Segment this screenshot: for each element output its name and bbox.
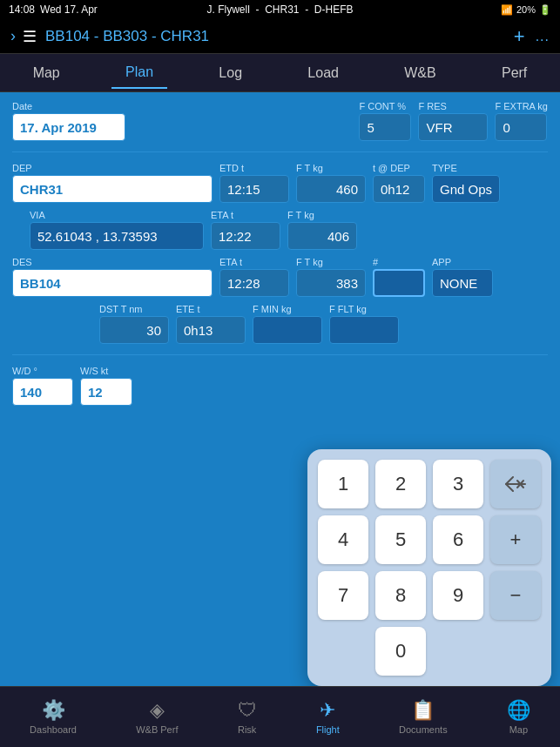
- key-8[interactable]: 8: [375, 571, 426, 620]
- fmin-value[interactable]: [253, 316, 322, 344]
- type-value[interactable]: Gnd Ops: [432, 175, 500, 203]
- key-7[interactable]: 7: [318, 571, 368, 620]
- ftkg3-value[interactable]: 383: [296, 269, 366, 297]
- bottom-nav-flight-label: Flight: [316, 724, 340, 735]
- key-5[interactable]: 5: [375, 515, 426, 564]
- key-3[interactable]: 3: [433, 460, 483, 508]
- fflt-value[interactable]: [329, 316, 399, 344]
- row-dep: DEP CHR31 ETD t 12:15 F T kg 460 t @ DEP…: [12, 163, 548, 203]
- ete-field-group: ETE t 0h13: [176, 304, 246, 344]
- row-via: VIA 52.61043 , 13.73593 ETA t 12:22 F T …: [12, 210, 548, 250]
- status-time: 14:08: [9, 3, 35, 16]
- bottom-nav-map-label: Map: [509, 724, 528, 735]
- etd-label: ETD t: [219, 163, 289, 173]
- tab-plan[interactable]: Plan: [111, 57, 167, 89]
- key-2[interactable]: 2: [375, 460, 426, 508]
- key-4[interactable]: 4: [318, 515, 368, 564]
- key-1[interactable]: 1: [318, 460, 368, 508]
- via-value[interactable]: 52.61043 , 13.73593: [30, 222, 204, 250]
- ftkg1-value[interactable]: 460: [296, 175, 366, 203]
- row-wind: W/D ° 140 W/S kt 12: [12, 366, 548, 406]
- des-value[interactable]: BB104: [12, 269, 213, 297]
- fres-value[interactable]: VFR: [418, 113, 488, 141]
- main-content: Date 17. Apr 2019 F CONT % 5 F RES VFR F…: [0, 92, 560, 414]
- fres-label: F RES: [418, 101, 488, 111]
- ftkg2-value[interactable]: 406: [287, 222, 357, 250]
- separator-1: [12, 151, 548, 152]
- eta2-value[interactable]: 12:28: [219, 269, 289, 297]
- ftkg1-field-group: F T kg 460: [296, 163, 366, 203]
- bottom-nav-wb-perf[interactable]: ◈ W&B Perf: [136, 699, 178, 735]
- tab-map[interactable]: Map: [19, 58, 74, 88]
- key-backspace[interactable]: [490, 460, 541, 508]
- dep-value[interactable]: CHR31: [12, 175, 213, 203]
- key-plus[interactable]: +: [490, 515, 541, 564]
- tdep-value[interactable]: 0h12: [373, 175, 425, 203]
- bottom-nav-dashboard-label: Dashboard: [30, 724, 77, 735]
- more-button[interactable]: ...: [536, 29, 550, 44]
- eta2-field-group: ETA t 12:28: [219, 257, 289, 297]
- bottom-nav-map[interactable]: 🌐 Map: [507, 699, 530, 735]
- key-minus[interactable]: −: [490, 571, 541, 620]
- status-bar: 14:08 Wed 17. Apr J. Flywell - CHR31 - D…: [0, 0, 560, 19]
- ws-value[interactable]: 12: [80, 378, 132, 406]
- fextra-label: F EXTRA kg: [495, 101, 548, 111]
- hamburger-icon[interactable]: ☰: [23, 27, 37, 46]
- date-value[interactable]: 17. Apr 2019: [12, 113, 125, 141]
- row-date-fuel: Date 17. Apr 2019 F CONT % 5 F RES VFR F…: [12, 101, 548, 141]
- tab-wb[interactable]: W&B: [390, 58, 449, 88]
- flight-icon: ✈: [320, 699, 335, 722]
- wd-value[interactable]: 140: [12, 378, 73, 406]
- hash-field-group: #: [373, 257, 425, 297]
- key-0[interactable]: 0: [375, 627, 426, 676]
- add-button[interactable]: +: [514, 25, 525, 48]
- status-ac1: CHR31: [265, 3, 299, 16]
- fextra-field-group: F EXTRA kg 0: [495, 101, 548, 141]
- status-day-date: Wed 17. Apr: [40, 3, 98, 16]
- tab-load[interactable]: Load: [293, 58, 353, 88]
- bottom-nav-documents[interactable]: 📋 Documents: [399, 699, 448, 735]
- eta1-value[interactable]: 12:22: [211, 222, 280, 250]
- bottom-nav-documents-label: Documents: [399, 724, 448, 735]
- nav-bar: › ☰ BB104 - BB303 - CHR31 + ...: [0, 19, 560, 54]
- row-des: DES BB104 ETA t 12:28 F T kg 383 # APP N…: [12, 257, 548, 297]
- status-pilot: J. Flywell: [206, 3, 249, 16]
- bottom-nav-flight[interactable]: ✈ Flight: [316, 699, 340, 735]
- ftkg2-label: F T kg: [287, 210, 357, 220]
- type-label: TYPE: [432, 163, 500, 173]
- des-field-group: DES BB104: [12, 257, 213, 297]
- tab-log[interactable]: Log: [205, 58, 256, 88]
- fres-field-group: F RES VFR: [418, 101, 488, 141]
- separator-2: [12, 354, 548, 355]
- back-arrow-icon[interactable]: ›: [10, 27, 16, 45]
- key-9[interactable]: 9: [433, 571, 483, 620]
- tab-perf[interactable]: Perf: [488, 58, 541, 88]
- eta1-label: ETA t: [211, 210, 280, 220]
- wd-label: W/D °: [12, 366, 73, 376]
- hash-value[interactable]: [373, 269, 425, 297]
- ete-value[interactable]: 0h13: [176, 316, 246, 344]
- fflt-label: F FLT kg: [329, 304, 399, 314]
- app-label: APP: [432, 257, 493, 267]
- tab-bar: Map Plan Log Load W&B Perf: [0, 54, 560, 92]
- status-ac2: D-HEFB: [314, 3, 354, 16]
- ftkg3-field-group: F T kg 383: [296, 257, 366, 297]
- fcont-value[interactable]: 5: [359, 113, 411, 141]
- fextra-value[interactable]: 0: [495, 113, 547, 141]
- etd-value[interactable]: 12:15: [219, 175, 289, 203]
- des-label: DES: [12, 257, 213, 267]
- dst-field-group: DST T nm 30: [99, 304, 169, 344]
- bottom-nav-risk[interactable]: 🛡 Risk: [238, 699, 257, 735]
- date-label: Date: [12, 101, 125, 111]
- fcont-field-group: F CONT % 5: [359, 101, 411, 141]
- wb-perf-icon: ◈: [150, 699, 165, 722]
- fmin-field-group: F MIN kg: [253, 304, 322, 344]
- battery-icon: 🔋: [539, 4, 551, 16]
- battery-level: 20%: [516, 4, 536, 15]
- app-value[interactable]: NONE: [432, 269, 493, 297]
- key-6[interactable]: 6: [433, 515, 483, 564]
- bottom-nav-dashboard[interactable]: ⚙️ Dashboard: [30, 699, 77, 735]
- dst-value[interactable]: 30: [99, 316, 169, 344]
- type-field-group: TYPE Gnd Ops: [432, 163, 500, 203]
- fmin-label: F MIN kg: [253, 304, 322, 314]
